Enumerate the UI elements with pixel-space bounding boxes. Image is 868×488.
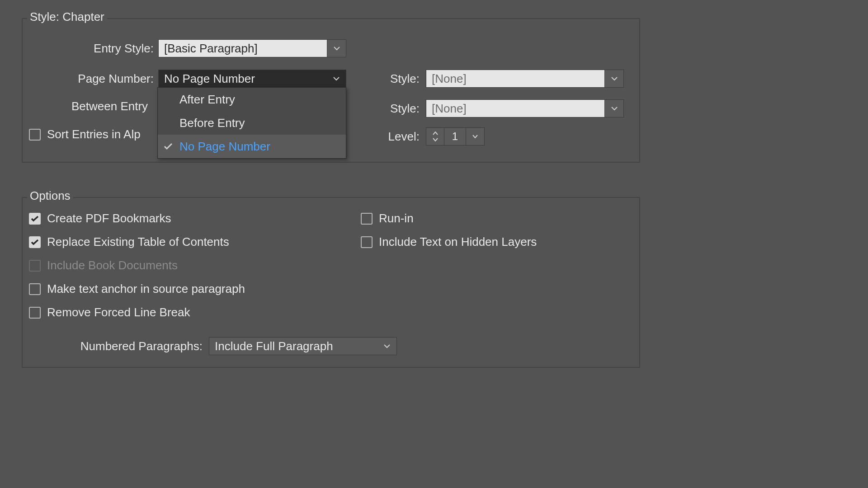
option-label: After Entry: [179, 93, 235, 107]
style1-label: Style:: [383, 72, 420, 86]
page-number-dropdown[interactable]: No Page Number: [158, 70, 346, 88]
entry-style-value: [Basic Paragraph]: [159, 42, 327, 56]
numbered-paragraphs-value: Include Full Paragraph: [209, 339, 377, 353]
stepper-dropdown[interactable]: [466, 128, 484, 145]
hidden-layers-label: Include Text on Hidden Layers: [379, 235, 537, 249]
level-stepper[interactable]: 1: [426, 127, 485, 145]
style2-value: [None]: [426, 102, 604, 116]
chevron-down-icon: [377, 338, 396, 355]
include-book-label: Include Book Documents: [47, 258, 178, 272]
style2-label: Style:: [383, 102, 420, 116]
style1-value: [None]: [426, 72, 604, 86]
chevron-down-icon: [604, 70, 623, 87]
style2-dropdown[interactable]: [None]: [426, 99, 624, 117]
text-anchor-label: Make text anchor in source paragraph: [47, 282, 245, 296]
entry-style-label: Entry Style:: [23, 42, 154, 56]
page-number-option-before[interactable]: Before Entry: [158, 111, 346, 135]
page-number-value: No Page Number: [159, 72, 327, 86]
include-book-checkbox: [29, 260, 41, 272]
check-icon: [163, 141, 173, 151]
run-in-label: Run-in: [379, 211, 414, 225]
create-pdf-label: Create PDF Bookmarks: [47, 211, 171, 225]
option-label: No Page Number: [179, 140, 270, 154]
text-anchor-checkbox[interactable]: [29, 283, 41, 295]
level-value[interactable]: 1: [444, 128, 466, 145]
style-fieldset-title: Style: Chapter: [27, 10, 107, 24]
replace-toc-checkbox[interactable]: [29, 236, 41, 248]
options-fieldset: Options Create PDF Bookmarks Replace Exi…: [22, 197, 640, 368]
remove-break-checkbox[interactable]: [29, 307, 41, 319]
chevron-down-icon: [604, 100, 623, 117]
numbered-paragraphs-label: Numbered Paragraphs:: [23, 339, 203, 353]
create-pdf-checkbox[interactable]: [29, 213, 41, 225]
page-number-option-none[interactable]: No Page Number: [158, 135, 346, 158]
style1-dropdown[interactable]: [None]: [426, 70, 624, 88]
chevron-down-icon: [327, 70, 346, 87]
hidden-layers-checkbox[interactable]: [361, 236, 373, 248]
run-in-checkbox[interactable]: [361, 213, 373, 225]
level-label: Level:: [380, 130, 420, 144]
stepper-updown[interactable]: [426, 128, 444, 145]
option-label: Before Entry: [179, 116, 245, 130]
replace-toc-label: Replace Existing Table of Contents: [47, 235, 229, 249]
numbered-paragraphs-dropdown[interactable]: Include Full Paragraph: [209, 337, 397, 355]
page-number-dropdown-list: After Entry Before Entry No Page Number: [157, 87, 346, 159]
sort-entries-checkbox[interactable]: [29, 129, 41, 141]
page-number-option-after[interactable]: After Entry: [158, 88, 346, 111]
entry-style-dropdown[interactable]: [Basic Paragraph]: [158, 39, 346, 57]
between-entry-label: Between Entry: [23, 99, 165, 113]
sort-entries-label: Sort Entries in Alp: [47, 127, 141, 141]
page-number-label: Page Number:: [23, 72, 154, 86]
options-fieldset-title: Options: [27, 189, 73, 203]
chevron-down-icon: [327, 40, 346, 57]
remove-break-label: Remove Forced Line Break: [47, 305, 190, 319]
